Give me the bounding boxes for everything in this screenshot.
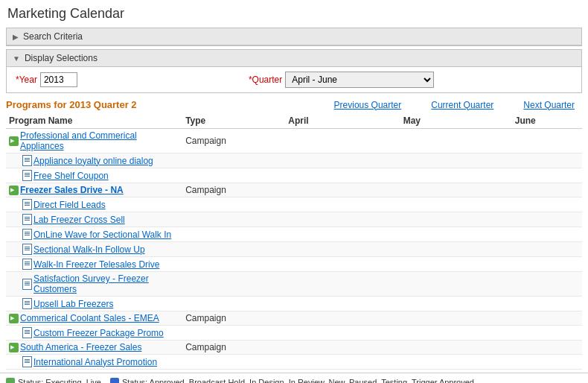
program-type-cell [182,272,242,297]
program-may-cell [355,183,468,197]
program-type-cell [182,153,242,168]
program-link[interactable]: Appliance loyalty online dialog [33,156,153,166]
program-may-cell [355,341,468,355]
program-type-cell: Campaign [182,129,242,153]
program-name-cell: South America - Freezer Sales [6,341,182,355]
program-april-cell [242,257,355,272]
program-type-cell [182,257,242,272]
program-name-cell: International Analyst Promotion [6,355,182,370]
programs-header: Programs for 2013 Quarter 2 Previous Qua… [6,96,582,113]
program-june-cell [469,129,582,153]
search-criteria-header[interactable]: ▶ Search Criteria [7,28,581,45]
program-june-cell [469,341,582,355]
program-link[interactable]: Professional and Commerical Appliances [20,130,179,151]
prev-quarter-link[interactable]: Previous Quarter [334,100,402,110]
program-april-cell [242,183,355,197]
page-icon [22,199,32,210]
quarter-field: *Quarter April - June January - March Ju… [249,72,434,88]
year-label: *Year [16,75,37,85]
program-april-cell [242,129,355,153]
tree-icon [9,136,19,146]
next-quarter-link[interactable]: Next Quarter [523,100,575,110]
program-link[interactable]: Satisfaction Survey - Freezer Customers [33,273,179,294]
program-may-cell [355,311,468,326]
program-name-cell: Freezer Sales Drive - NA [6,183,182,197]
program-may-cell [355,257,468,272]
program-link[interactable]: International Analyst Promotion [33,357,157,367]
year-field: *Year [16,72,77,87]
program-link[interactable]: Freezer Sales Drive - NA [20,185,124,195]
program-type-cell [182,212,242,227]
program-april-cell [242,297,355,311]
program-link[interactable]: Free Shelf Coupon [33,171,109,181]
program-june-cell [469,212,582,227]
program-april-cell [242,197,355,212]
program-type-cell: Campaign [182,311,242,326]
program-april-cell [242,341,355,355]
table-row: Satisfaction Survey - Freezer Customers [6,272,582,297]
program-june-cell [469,168,582,183]
programs-table: Program Name Type April May June Profess… [6,113,582,370]
program-name-cell: Lab Freezer Cross Sell [6,212,182,227]
table-row: Professional and Commerical Appliances C… [6,129,582,153]
program-may-cell [355,297,468,311]
program-name-cell: Professional and Commerical Appliances [6,129,182,153]
program-link[interactable]: OnLine Wave for Sectional Walk In [33,230,171,240]
year-input[interactable] [40,72,77,87]
main-table-section: Programs for 2013 Quarter 2 Previous Qua… [6,96,582,370]
program-may-cell [355,272,468,297]
page-icon [22,279,32,290]
program-april-cell [242,168,355,183]
page-icon [22,214,32,225]
program-link[interactable]: Upsell Lab Freezers [33,299,113,309]
program-june-cell [469,355,582,370]
program-may-cell [355,197,468,212]
program-june-cell [469,242,582,257]
program-june-cell [469,153,582,168]
table-row: Commerical Coolant Sales - EMEA Campaign [6,311,582,326]
page-icon [22,298,32,309]
table-row: Free Shelf Coupon [6,168,582,183]
program-june-cell [469,272,582,297]
program-april-cell [242,326,355,341]
legend-item-blue: Status: Approved, Broadcast Hold, In Des… [110,378,474,383]
program-link[interactable]: Custom Freezer Package Promo [33,328,164,338]
legend: Status: Executing, Live Status: Approved… [0,373,588,383]
quarter-label: *Quarter [249,75,282,85]
legend-item-green: Status: Executing, Live [6,378,101,383]
program-april-cell [242,153,355,168]
program-june-cell [469,227,582,242]
curr-quarter-link[interactable]: Current Quarter [431,100,493,110]
table-row: Walk-In Freezer Telesales Drive [6,257,582,272]
program-link[interactable]: Sectional Walk-In Follow Up [33,244,145,255]
search-criteria-label: Search Criteria [23,31,83,42]
program-link[interactable]: Direct Field Leads [33,200,106,210]
program-link[interactable]: Walk-In Freezer Telesales Drive [33,259,159,270]
program-june-cell [469,326,582,341]
program-type-cell [182,168,242,183]
page-icon [22,259,32,270]
tree-icon [9,186,19,195]
col-header-program: Program Name [6,113,182,129]
page-icon [22,327,32,338]
table-row: Freezer Sales Drive - NA Campaign [6,183,582,197]
table-row: OnLine Wave for Sectional Walk In [6,227,582,242]
quarter-links: Previous Quarter Current Quarter Next Qu… [334,100,582,110]
program-link[interactable]: Commerical Coolant Sales - EMEA [20,313,159,323]
display-selections-header[interactable]: ▼ Display Selections [7,50,581,67]
page-icon [22,229,32,240]
program-link[interactable]: Lab Freezer Cross Sell [33,215,125,225]
program-may-cell [355,227,468,242]
program-type-cell [182,197,242,212]
program-june-cell [469,297,582,311]
table-row: Direct Field Leads [6,197,582,212]
quarter-select[interactable]: April - June January - March July - Sept… [285,72,434,88]
program-name-cell: Appliance loyalty online dialog [6,153,182,168]
table-row: Appliance loyalty online dialog [6,153,582,168]
legend-text-green: Status: Executing, Live [18,378,101,383]
page-icon [22,356,32,367]
table-row: Upsell Lab Freezers [6,297,582,311]
legend-text-blue: Status: Approved, Broadcast Hold, In Des… [122,378,474,383]
program-link[interactable]: South America - Freezer Sales [20,342,141,352]
col-header-type: Type [182,113,242,129]
